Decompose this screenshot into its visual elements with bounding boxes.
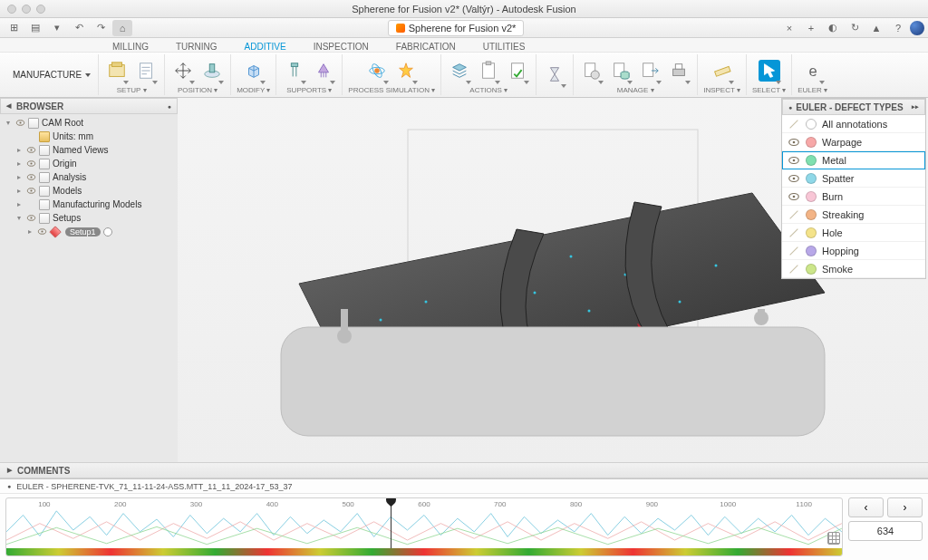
visibility-eye-icon[interactable] [36, 227, 47, 237]
chevron-icon[interactable]: ▸ [14, 173, 23, 181]
defect-row-hopping[interactable]: Hopping [782, 242, 925, 260]
support-tree[interactable] [311, 58, 336, 83]
chevron-icon[interactable]: ▸ [25, 227, 34, 236]
collapse-icon[interactable]: ▸▸ [912, 103, 919, 111]
visibility-eye-icon[interactable] [788, 208, 800, 221]
timeline-grid-icon[interactable] [827, 532, 840, 545]
panel-options-icon[interactable]: ● [168, 103, 171, 110]
chevron-icon[interactable]: ▾ [14, 214, 23, 222]
comments-bar[interactable]: ▶ COMMENTS [0, 462, 928, 478]
ribbon-tab-additive[interactable]: ADDITIVE [241, 42, 290, 52]
doc-db[interactable] [608, 58, 633, 83]
ribbon-group-label[interactable]: SETUP ▾ [117, 86, 147, 95]
tree-row[interactable]: ▸Origin [2, 157, 176, 170]
select-arrow[interactable] [757, 58, 782, 83]
chevron-icon[interactable]: ▾ [4, 119, 12, 127]
ribbon-tab-utilities[interactable]: UTILITIES [479, 42, 529, 52]
apps-grid-icon[interactable]: ⊞ [4, 20, 24, 36]
chevron-icon[interactable]: ▸ [14, 187, 23, 195]
defect-panel-header[interactable]: ●EULER - DEFECT TYPES ▸▸ [782, 99, 925, 115]
ribbon-group-label[interactable]: SUPPORTS ▾ [286, 86, 332, 95]
file-icon[interactable]: ▤ [25, 20, 45, 36]
ribbon-group-label[interactable]: ACTIONS ▾ [469, 86, 508, 95]
defect-row-streaking[interactable]: Streaking [782, 206, 925, 224]
ribbon-group-label[interactable]: MANAGE ▾ [617, 86, 654, 95]
help-icon[interactable]: ? [888, 20, 908, 36]
tree-row[interactable]: ▾CAM Root [2, 116, 176, 130]
tree-row[interactable]: Units: mm [2, 130, 176, 143]
visibility-eye-icon[interactable] [25, 199, 36, 210]
visibility-eye-icon[interactable] [25, 159, 36, 169]
setup-box[interactable] [104, 58, 130, 83]
ribbon-tab-milling[interactable]: MILLING [109, 42, 152, 52]
sim-spark[interactable] [393, 58, 419, 83]
workspace-switcher[interactable]: MANUFACTURE [5, 54, 99, 95]
browser-header[interactable]: ◀ BROWSER ● [0, 98, 178, 114]
visibility-eye-icon[interactable] [788, 245, 800, 257]
doc-export[interactable] [637, 58, 662, 83]
ribbon-group-label[interactable]: SELECT ▾ [752, 86, 786, 95]
tree-row[interactable]: ▾Setups [2, 211, 176, 225]
tree-row[interactable]: ▸Models [2, 184, 176, 198]
undo-icon[interactable]: ↶ [69, 20, 89, 36]
extensions-icon[interactable]: ◐ [823, 20, 843, 36]
ribbon-tab-inspection[interactable]: INSPECTION [310, 42, 372, 52]
visibility-eye-icon[interactable] [25, 131, 36, 142]
timeline-prev-button[interactable]: ‹ [848, 497, 884, 517]
tree-row[interactable]: ▸Manufacturing Models [2, 198, 176, 211]
history-icon[interactable]: ↻ [845, 20, 865, 36]
ribbon-group-label[interactable]: EULER ▾ [798, 86, 827, 95]
layers-stack[interactable] [447, 58, 472, 83]
defect-row-spatter[interactable]: Spatter [782, 169, 925, 188]
defect-row-all-annotations[interactable]: All annotations [782, 115, 925, 133]
tab-close-icon[interactable]: × [779, 20, 799, 36]
chevron-icon[interactable]: ▸ [14, 159, 23, 168]
ribbon-group-label[interactable]: PROCESS SIMULATION ▾ [348, 86, 435, 95]
chevron-icon[interactable]: ▸ [14, 200, 23, 208]
tree-row[interactable]: ▸Setup1 [2, 225, 176, 238]
visibility-eye-icon[interactable] [788, 172, 800, 185]
visibility-eye-icon[interactable] [788, 263, 800, 275]
notifications-icon[interactable]: ▲ [866, 20, 886, 36]
defect-row-burn[interactable]: Burn [782, 188, 925, 206]
doc-printer[interactable] [666, 58, 691, 83]
inspect-measure[interactable] [710, 58, 735, 83]
ribbon-group-label[interactable]: POSITION ▾ [178, 86, 218, 95]
visibility-eye-icon[interactable] [25, 186, 36, 197]
timeline-header[interactable]: ● EULER - SPHERENE-TVK_71_11-11-24-ASS.M… [0, 479, 928, 494]
support-bar[interactable] [282, 58, 307, 83]
document-tab[interactable]: Spherene for Fusion v2* [388, 20, 525, 36]
defect-row-metal[interactable]: Metal [782, 151, 925, 169]
user-avatar[interactable] [910, 21, 924, 35]
ribbon-tab-turning[interactable]: TURNING [172, 42, 221, 52]
tree-row[interactable]: ▸Analysis [2, 170, 176, 184]
sim-physics[interactable] [364, 58, 390, 83]
visibility-eye-icon[interactable] [788, 190, 800, 203]
visibility-eye-icon[interactable] [788, 118, 800, 130]
visibility-eye-icon[interactable] [788, 136, 800, 149]
visibility-eye-icon[interactable] [788, 154, 800, 167]
visibility-eye-icon[interactable] [788, 227, 800, 239]
orient-plate[interactable] [199, 58, 225, 83]
hourglass[interactable] [542, 62, 567, 87]
chevron-icon[interactable]: ▸ [14, 146, 23, 154]
defect-row-smoke[interactable]: Smoke [782, 260, 925, 278]
visibility-eye-icon[interactable] [25, 145, 36, 156]
sheet-clip[interactable] [476, 58, 501, 83]
visibility-eye-icon[interactable] [25, 213, 36, 224]
ribbon-tab-fabrication[interactable]: FABRICATION [392, 42, 459, 52]
defect-row-hole[interactable]: Hole [782, 224, 925, 242]
setup-doc[interactable] [133, 58, 159, 83]
home-icon[interactable]: ⌂ [112, 20, 132, 36]
defect-row-warpage[interactable]: Warpage [782, 133, 925, 151]
timeline-graph[interactable]: 10020030040050060070080090010001100 [5, 497, 843, 556]
new-tab-icon[interactable]: + [801, 20, 821, 36]
viewport-3d[interactable]: FRONT ●EULER - DEFECT TYPES ▸▸ All annot… [178, 98, 928, 462]
euler-e[interactable]: e [800, 58, 826, 83]
save-icon[interactable]: ▾ [47, 20, 67, 36]
ribbon-group-label[interactable]: INSPECT ▾ [703, 86, 740, 95]
doc-gear[interactable] [579, 58, 604, 83]
timeline-next-button[interactable]: › [887, 497, 923, 517]
redo-icon[interactable]: ↷ [91, 20, 111, 36]
move-cross[interactable] [170, 58, 196, 83]
